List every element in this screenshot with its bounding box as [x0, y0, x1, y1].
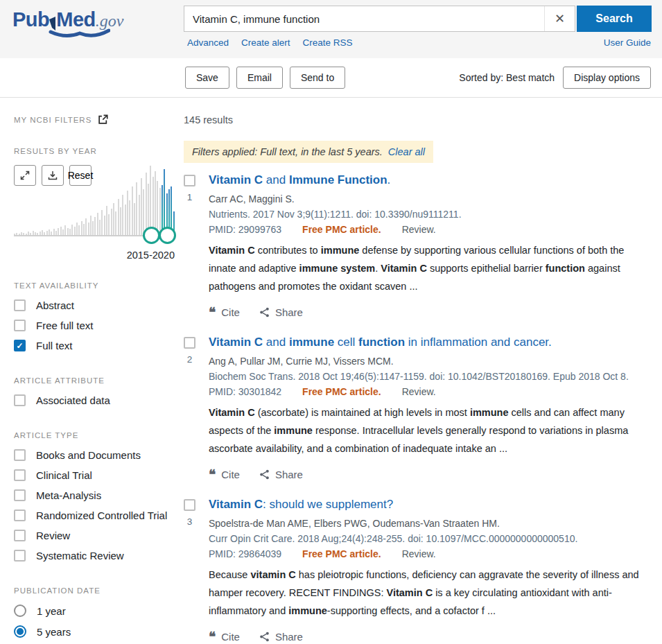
result-title-link[interactable]: Vitamin C and Immune Function.: [209, 173, 651, 188]
pubmed-logo[interactable]: PubMed.gov: [12, 8, 123, 33]
download-chart-button[interactable]: [42, 165, 64, 186]
year-bar[interactable]: [60, 227, 62, 235]
year-bar[interactable]: [139, 195, 140, 235]
my-ncbi-filters-link[interactable]: MY NCBI FILTERS: [14, 114, 177, 125]
year-range-start-handle[interactable]: [143, 227, 160, 244]
filter-option-full-text[interactable]: ✓Full text: [14, 336, 177, 356]
email-button[interactable]: Email: [236, 67, 283, 89]
cite-button[interactable]: ❝Cite: [209, 306, 240, 318]
expand-chart-button[interactable]: [14, 165, 36, 186]
result-title-link[interactable]: Vitamin C and immune cell function in in…: [209, 335, 651, 350]
cite-button[interactable]: ❝Cite: [209, 631, 240, 643]
year-bar[interactable]: [94, 217, 96, 235]
year-bar[interactable]: [157, 181, 158, 235]
radio-unselected[interactable]: [14, 604, 26, 617]
year-bar[interactable]: [106, 206, 107, 235]
filter-option-abstract[interactable]: Abstract: [14, 295, 177, 315]
year-bar-selected[interactable]: [164, 169, 165, 235]
create-rss-link[interactable]: Create RSS: [303, 37, 353, 48]
year-bar[interactable]: [78, 225, 80, 235]
filter-option-clinical-trial[interactable]: Clinical Trial: [14, 465, 177, 485]
checkbox-unchecked[interactable]: [14, 550, 26, 562]
year-bar[interactable]: [42, 230, 43, 235]
year-bar[interactable]: [146, 173, 147, 235]
year-bar[interactable]: [90, 216, 92, 235]
year-bar[interactable]: [122, 195, 123, 235]
create-alert-link[interactable]: Create alert: [241, 37, 290, 48]
year-bar[interactable]: [127, 191, 128, 235]
checkbox-unchecked[interactable]: [14, 299, 26, 311]
year-bar[interactable]: [155, 171, 156, 235]
filter-option-books-and-documents[interactable]: Books and Documents: [14, 445, 177, 465]
year-bar[interactable]: [62, 229, 64, 235]
year-bar[interactable]: [134, 203, 135, 235]
filter-option-5-years[interactable]: 5 years: [14, 621, 177, 642]
filter-option-meta-analysis[interactable]: Meta-Analysis: [14, 485, 177, 505]
checkbox-unchecked[interactable]: [14, 510, 26, 521]
year-bar[interactable]: [132, 186, 133, 235]
year-bar[interactable]: [141, 178, 142, 235]
checkbox-checked[interactable]: ✓: [14, 340, 26, 351]
year-bar[interactable]: [97, 213, 98, 235]
send-to-button[interactable]: Send to: [290, 67, 345, 89]
year-bar[interactable]: [58, 228, 59, 235]
year-bar[interactable]: [53, 229, 55, 235]
advanced-link[interactable]: Advanced: [187, 37, 229, 48]
share-button[interactable]: Share: [259, 306, 303, 318]
year-bar[interactable]: [115, 211, 116, 235]
free-pmc-article-link[interactable]: Free PMC article.: [302, 546, 381, 562]
year-bar[interactable]: [74, 227, 76, 235]
year-bar[interactable]: [83, 224, 85, 235]
filter-option-1-year[interactable]: 1 year: [14, 600, 177, 621]
year-bar[interactable]: [99, 220, 101, 235]
filter-option-free-full-text[interactable]: Free full text: [14, 315, 177, 336]
year-bar[interactable]: [92, 221, 94, 235]
year-bar[interactable]: [150, 166, 151, 235]
year-bar[interactable]: [125, 204, 126, 235]
checkbox-unchecked[interactable]: [14, 320, 26, 331]
save-button[interactable]: Save: [185, 67, 229, 89]
year-bar[interactable]: [64, 225, 66, 235]
filter-option-systematic-review[interactable]: Systematic Review: [14, 546, 177, 566]
year-bar[interactable]: [69, 229, 71, 235]
filter-option-randomized-controlled-trial[interactable]: Randomized Controlled Trial: [14, 505, 177, 525]
year-bar[interactable]: [81, 221, 82, 235]
year-bar[interactable]: [129, 200, 130, 235]
free-pmc-article-link[interactable]: Free PMC article.: [302, 222, 381, 237]
year-bar[interactable]: [104, 216, 105, 235]
free-pmc-article-link[interactable]: Free PMC article.: [302, 384, 381, 399]
result-checkbox[interactable]: [184, 499, 195, 511]
clear-all-link[interactable]: Clear all: [388, 146, 425, 157]
checkbox-unchecked[interactable]: [14, 489, 26, 501]
checkbox-unchecked[interactable]: [14, 530, 26, 541]
year-bar[interactable]: [88, 223, 89, 235]
year-bar[interactable]: [136, 182, 137, 235]
year-bar[interactable]: [108, 214, 110, 235]
search-input[interactable]: [184, 6, 544, 31]
year-bar[interactable]: [118, 199, 119, 235]
display-options-button[interactable]: Display options: [563, 67, 651, 89]
year-bar[interactable]: [71, 225, 73, 235]
filter-option-associated-data[interactable]: Associated data: [14, 390, 177, 410]
filter-option-review[interactable]: Review: [14, 525, 177, 546]
year-bar[interactable]: [76, 223, 78, 235]
share-button[interactable]: Share: [259, 469, 303, 480]
result-checkbox[interactable]: [184, 175, 195, 186]
search-button[interactable]: Search: [577, 6, 652, 32]
clear-search-button[interactable]: ✕: [544, 6, 575, 31]
result-checkbox[interactable]: [184, 337, 195, 349]
user-guide-link[interactable]: User Guide: [604, 37, 651, 48]
year-bar[interactable]: [49, 229, 50, 235]
year-bar[interactable]: [113, 203, 114, 235]
reset-chart-button[interactable]: Reset: [69, 165, 92, 186]
cite-button[interactable]: ❝Cite: [209, 469, 240, 480]
year-bar[interactable]: [111, 209, 112, 235]
year-bar[interactable]: [67, 228, 69, 235]
year-bar[interactable]: [159, 188, 161, 235]
year-bar[interactable]: [120, 207, 121, 235]
result-title-link[interactable]: Vitamin C: should we supplement?: [209, 497, 651, 512]
share-button[interactable]: Share: [259, 631, 303, 643]
sorted-by-dropdown[interactable]: Sorted by: Best match: [459, 72, 555, 83]
checkbox-unchecked[interactable]: [14, 449, 26, 461]
checkbox-unchecked[interactable]: [14, 394, 26, 406]
